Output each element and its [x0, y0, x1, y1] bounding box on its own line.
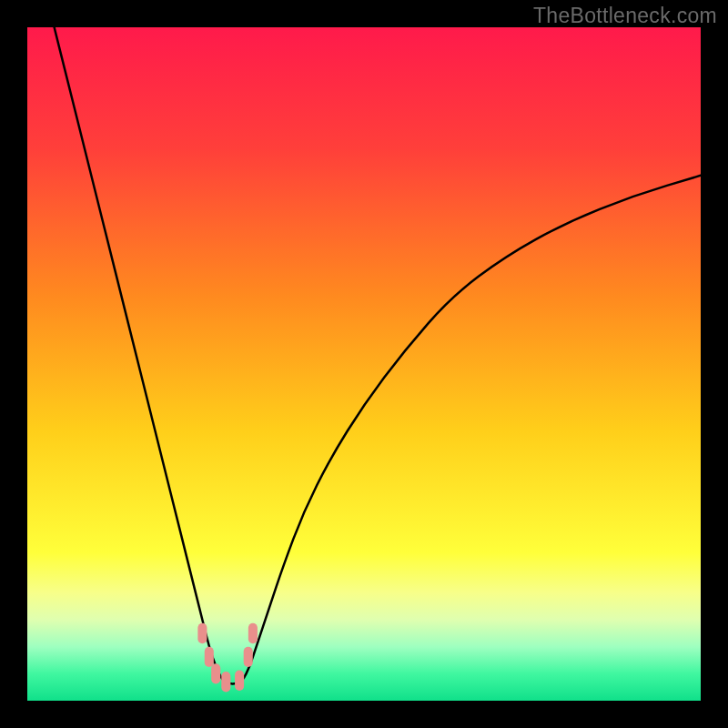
chart-svg [27, 27, 701, 701]
plot-area [27, 27, 701, 701]
dip-marker [197, 623, 207, 643]
chart-frame: TheBottleneck.com [0, 0, 728, 728]
dip-marker [248, 623, 258, 643]
dip-marker [235, 671, 244, 691]
gradient-background [27, 27, 701, 701]
dip-marker [211, 663, 220, 683]
watermark-text: TheBottleneck.com [533, 4, 717, 28]
dip-marker [244, 647, 253, 667]
dip-marker [221, 672, 230, 692]
dip-marker [205, 647, 214, 667]
